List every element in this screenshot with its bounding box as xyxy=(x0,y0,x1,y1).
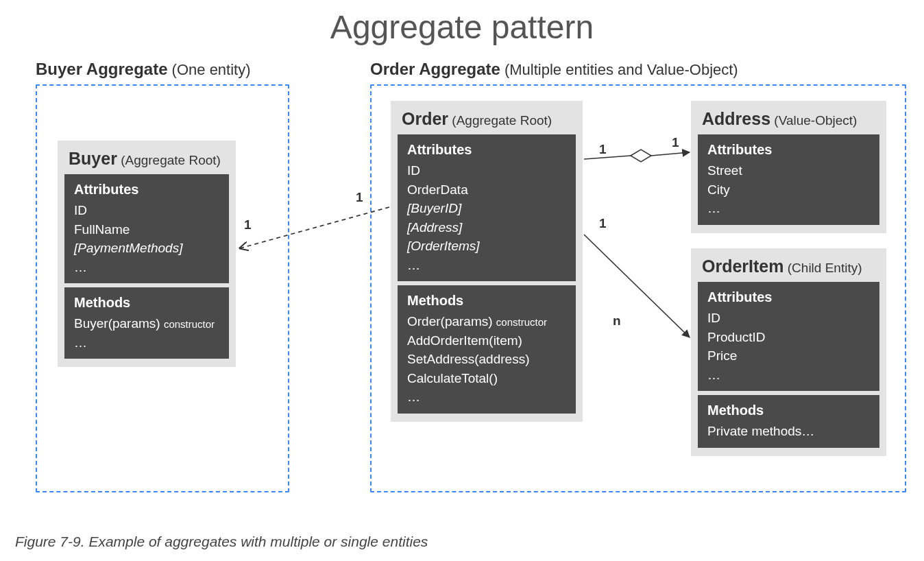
order-meth-1: AddOrderItem(item) xyxy=(407,331,566,350)
diagram-canvas: Buyer Aggregate (One entity) Order Aggre… xyxy=(0,60,924,499)
order-meth-0: Order(params) constructor xyxy=(407,312,566,331)
orderitem-attributes: Attributes ID ProductID Price … xyxy=(698,282,879,391)
buyer-meth-0a: Buyer(params) xyxy=(74,316,164,331)
buyer-agg-header-sub: (One entity) xyxy=(168,61,251,78)
order-aggregate-header: Order Aggregate (Multiple entities and V… xyxy=(370,60,738,79)
address-attributes: Attributes Street City … xyxy=(698,134,879,225)
buyer-meth-1: … xyxy=(74,333,219,353)
orderitem-entity: OrderItem (Child Entity) Attributes ID P… xyxy=(691,248,886,456)
order-attr-header: Attributes xyxy=(407,140,566,160)
address-title-sub: (Value-Object) xyxy=(770,113,857,128)
order-attr-3: [Address] xyxy=(407,218,566,237)
buyer-meth-header: Methods xyxy=(74,293,219,313)
order-meth-4: … xyxy=(407,387,566,407)
orderitem-attr-2: Price xyxy=(707,346,870,366)
address-attr-2: … xyxy=(707,199,870,218)
order-entity: Order (Aggregate Root) Attributes ID Ord… xyxy=(391,101,583,422)
orderitem-meth-header: Methods xyxy=(707,401,870,420)
order-meth-0a: Order(params) xyxy=(407,314,496,329)
order-attr-4: [OrderItems] xyxy=(407,237,566,256)
buyer-attr-2: [PaymentMethods] xyxy=(74,239,219,258)
address-entity-title: Address (Value-Object) xyxy=(698,108,879,134)
figure-caption: Figure 7-9. Example of aggregates with m… xyxy=(15,534,428,550)
order-entity-title: Order (Aggregate Root) xyxy=(398,108,576,134)
card-order-item-n: n xyxy=(613,313,621,329)
buyer-attr-3: … xyxy=(74,258,219,277)
order-attributes: Attributes ID OrderData [BuyerID] [Addre… xyxy=(398,134,576,281)
buyer-attributes: Attributes ID FullName [PaymentMethods] … xyxy=(64,174,229,283)
order-title-bold: Order xyxy=(402,109,448,128)
orderitem-title-sub: (Child Entity) xyxy=(783,261,862,275)
buyer-methods: Methods Buyer(params) constructor … xyxy=(64,287,229,359)
orderitem-attr-1: ProductID xyxy=(707,328,870,347)
buyer-entity-title: Buyer (Aggregate Root) xyxy=(64,147,229,174)
order-meth-header: Methods xyxy=(407,291,566,311)
card-buyer-1: 1 xyxy=(244,217,252,232)
order-agg-header-bold: Order Aggregate xyxy=(370,60,500,78)
address-attr-0: Street xyxy=(707,161,870,180)
buyer-meth-0b: constructor xyxy=(164,318,215,330)
order-attr-5: … xyxy=(407,256,566,275)
order-title-sub: (Aggregate Root) xyxy=(448,113,552,128)
card-order-1-left: 1 xyxy=(356,190,363,205)
buyer-agg-header-bold: Buyer Aggregate xyxy=(36,60,168,78)
order-attr-2: [BuyerID] xyxy=(407,199,566,218)
address-entity: Address (Value-Object) Attributes Street… xyxy=(691,101,886,233)
buyer-title-bold: Buyer xyxy=(69,149,117,168)
card-order-addr-1l: 1 xyxy=(599,142,607,157)
address-attr-header: Attributes xyxy=(707,140,870,160)
buyer-title-sub: (Aggregate Root) xyxy=(117,153,221,167)
card-order-addr-1r: 1 xyxy=(672,135,679,150)
buyer-entity: Buyer (Aggregate Root) Attributes ID Ful… xyxy=(58,141,236,367)
card-order-item-1: 1 xyxy=(599,216,607,231)
order-meth-3: CalculateTotal() xyxy=(407,369,566,388)
orderitem-entity-title: OrderItem (Child Entity) xyxy=(698,255,879,282)
buyer-aggregate-header: Buyer Aggregate (One entity) xyxy=(36,60,251,79)
order-meth-0b: constructor xyxy=(496,316,547,328)
buyer-attr-0: ID xyxy=(74,201,219,220)
order-methods: Methods Order(params) constructor AddOrd… xyxy=(398,285,576,414)
orderitem-attr-3: … xyxy=(707,366,870,385)
address-title-bold: Address xyxy=(702,109,770,128)
order-attr-0: ID xyxy=(407,161,566,180)
address-attr-1: City xyxy=(707,180,870,200)
order-attr-1: OrderData xyxy=(407,180,566,200)
orderitem-title-bold: OrderItem xyxy=(702,256,783,276)
orderitem-attr-header: Attributes xyxy=(707,287,870,307)
order-agg-header-sub: (Multiple entities and Value-Object) xyxy=(500,61,738,78)
diagram-title: Aggregate pattern xyxy=(0,0,924,60)
order-meth-2: SetAddress(address) xyxy=(407,350,566,369)
orderitem-attr-0: ID xyxy=(707,309,870,328)
buyer-attr-header: Attributes xyxy=(74,180,219,200)
orderitem-methods: Methods Private methods… xyxy=(698,395,879,448)
orderitem-meth-0: Private methods… xyxy=(707,422,870,441)
buyer-attr-1: FullName xyxy=(74,220,219,239)
buyer-meth-0: Buyer(params) constructor xyxy=(74,314,219,333)
